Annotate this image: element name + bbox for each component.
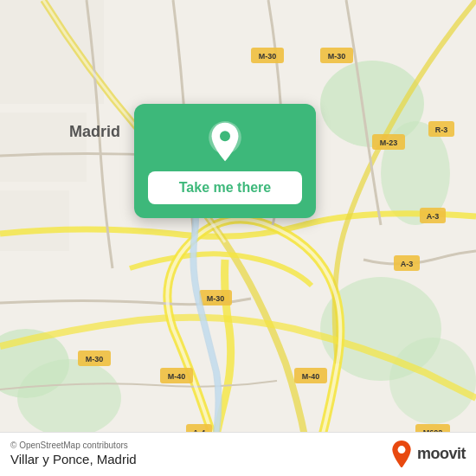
svg-text:M-30: M-30 [86,355,104,363]
moovit-logo: moovit [389,440,466,467]
svg-text:M-30: M-30 [259,52,277,61]
svg-text:M-30: M-30 [207,294,225,303]
svg-text:M-23: M-23 [380,138,398,147]
svg-text:Madrid: Madrid [69,123,120,140]
map-attribution: © OpenStreetMap contributors [10,441,137,450]
action-card: Take me there [134,104,316,218]
moovit-brand-text: moovit [417,445,466,463]
location-pin-icon [204,121,246,163]
svg-rect-9 [0,190,69,251]
take-me-there-button[interactable]: Take me there [148,171,302,204]
svg-point-37 [398,446,406,453]
svg-text:A-3: A-3 [401,260,414,268]
map-background: M-30 M-30 M-30 M-30 M-23 R-3 A-3 A-3 M-4… [0,0,476,476]
svg-text:R-3: R-3 [435,125,448,134]
svg-text:M-40: M-40 [168,372,186,381]
bottom-bar: © OpenStreetMap contributors Villar y Po… [0,432,476,476]
svg-point-4 [17,359,121,437]
moovit-pin-icon [389,440,414,467]
location-name: Villar y Ponce, Madrid [10,452,137,466]
svg-point-6 [389,338,476,424]
bottom-left-info: © OpenStreetMap contributors Villar y Po… [10,441,137,466]
svg-text:M-40: M-40 [302,372,320,381]
svg-text:M-30: M-30 [328,52,346,61]
svg-point-36 [220,131,230,141]
svg-text:A-3: A-3 [427,212,440,221]
map-container: M-30 M-30 M-30 M-30 M-23 R-3 A-3 A-3 M-4… [0,0,476,476]
